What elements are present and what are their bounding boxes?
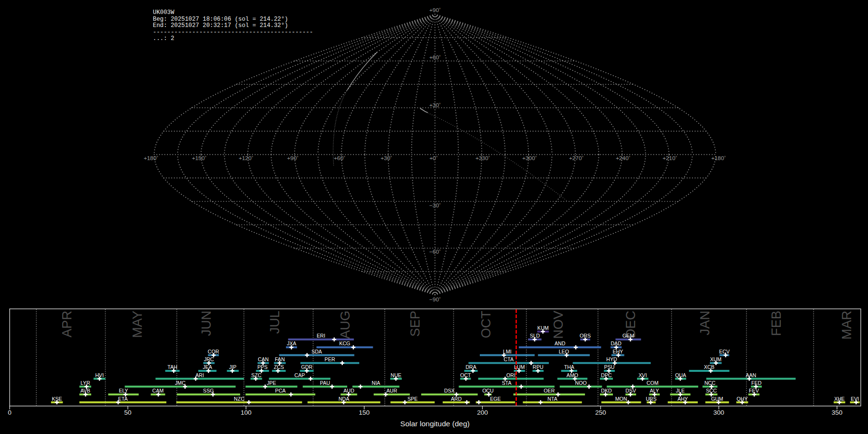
svg-text:DPC: DPC <box>601 372 612 378</box>
svg-text:XCB: XCB <box>704 364 715 370</box>
svg-text:QHY: QHY <box>737 396 748 402</box>
svg-text:MAR: MAR <box>840 311 854 339</box>
svg-text:CAM: CAM <box>152 388 164 393</box>
svg-text:PPS: PPS <box>258 364 268 370</box>
svg-text:OCU: OCU <box>482 388 494 393</box>
svg-text:SCC: SCC <box>706 388 717 393</box>
svg-text:100: 100 <box>241 409 252 416</box>
svg-text:LYR: LYR <box>81 380 90 386</box>
svg-text:SDA: SDA <box>312 349 323 354</box>
svg-text:AUG: AUG <box>338 311 353 339</box>
svg-text:RPU: RPU <box>533 364 543 370</box>
svg-text:AND: AND <box>555 340 566 346</box>
svg-text:HYD: HYD <box>606 356 617 362</box>
svg-text:ORI: ORI <box>506 372 515 378</box>
svg-text:DKD: DKD <box>601 388 612 393</box>
svg-text:CTA: CTA <box>504 356 514 362</box>
svg-text:SPE: SPE <box>407 396 418 402</box>
svg-text:URS: URS <box>646 396 656 402</box>
svg-text:PSU: PSU <box>604 364 615 370</box>
svg-text:ERI: ERI <box>317 333 326 339</box>
svg-text:Beg: 20251027 18:06:06 (sol =: Beg: 20251027 18:06:06 (sol = 214.22°) <box>153 16 288 23</box>
svg-text:JIP: JIP <box>229 364 236 370</box>
svg-text:150: 150 <box>359 409 370 416</box>
svg-text:KSE: KSE <box>52 396 62 402</box>
svg-text:GUM: GUM <box>711 396 723 402</box>
svg-text:COR: COR <box>208 349 219 354</box>
svg-text:PCA: PCA <box>275 388 286 393</box>
svg-text:AAN: AAN <box>746 372 756 378</box>
svg-text:EVI: EVI <box>851 396 859 402</box>
svg-text:ARI: ARI <box>195 372 204 378</box>
svg-text:+300°: +300° <box>522 155 537 162</box>
svg-text:NTA: NTA <box>547 396 557 402</box>
svg-text:NZC: NZC <box>234 396 244 402</box>
svg-text:+210°: +210° <box>663 155 678 162</box>
svg-text:NOV: NOV <box>551 311 566 339</box>
svg-text:Solar longitude (deg): Solar longitude (deg) <box>400 420 470 428</box>
svg-text:300: 300 <box>713 409 724 416</box>
svg-text:ARD: ARD <box>451 396 462 402</box>
svg-text:LMI: LMI <box>503 349 512 354</box>
svg-text:JUN: JUN <box>199 311 214 336</box>
svg-text:NIA: NIA <box>372 380 381 386</box>
svg-text:XUM: XUM <box>710 356 721 362</box>
svg-text:+180°: +180° <box>711 155 726 162</box>
svg-text:JUL: JUL <box>268 311 282 334</box>
svg-text:350: 350 <box>831 409 842 416</box>
svg-text:DSV: DSV <box>625 388 637 393</box>
svg-text:+150°: +150° <box>192 155 207 162</box>
svg-text:THA: THA <box>564 364 575 370</box>
svg-text:JEA: JEA <box>203 364 212 370</box>
svg-text:LUM: LUM <box>514 364 525 370</box>
svg-text:0: 0 <box>8 409 12 416</box>
svg-text:EGE: EGE <box>490 396 501 402</box>
svg-text:ETA: ETA <box>118 396 128 402</box>
svg-text:OCT: OCT <box>460 372 471 378</box>
svg-text:MAY: MAY <box>130 311 145 338</box>
svg-text:DSX: DSX <box>444 388 455 393</box>
svg-text:+120°: +120° <box>239 155 254 162</box>
svg-text:AMO: AMO <box>567 372 578 378</box>
svg-text:AUR: AUR <box>386 388 397 393</box>
svg-text:JXA: JXA <box>287 340 297 346</box>
svg-text:TAH: TAH <box>167 364 177 370</box>
svg-text:200: 200 <box>477 409 488 416</box>
svg-text:GEM: GEM <box>623 333 634 339</box>
svg-text:HVI: HVI <box>95 372 104 378</box>
svg-text:COM: COM <box>647 380 659 386</box>
svg-text:OER: OER <box>543 388 555 393</box>
svg-text:+330°: +330° <box>475 155 490 162</box>
svg-text:XHE: XHE <box>834 396 845 402</box>
svg-text:ECV: ECV <box>719 349 730 354</box>
svg-text:JMC: JMC <box>175 380 186 386</box>
svg-text:...: 2: ...: 2 <box>153 35 174 42</box>
svg-text:ELY: ELY <box>119 388 128 393</box>
svg-text:APR: APR <box>60 311 74 338</box>
svg-text:MON: MON <box>615 396 627 402</box>
svg-text:50: 50 <box>124 409 132 416</box>
svg-text:FED: FED <box>751 380 762 386</box>
svg-text:AHY: AHY <box>678 396 688 402</box>
svg-text:AVB: AVB <box>81 388 90 393</box>
svg-text:GDR: GDR <box>301 364 312 370</box>
svg-text:FEV: FEV <box>749 388 760 393</box>
svg-text:KUM: KUM <box>537 325 549 331</box>
svg-text:DRA: DRA <box>465 364 476 370</box>
svg-text:PAU: PAU <box>320 380 330 386</box>
svg-text:QUA: QUA <box>675 372 687 378</box>
svg-text:NDA: NDA <box>339 396 350 402</box>
svg-text:JAN: JAN <box>698 311 712 335</box>
svg-text:XVI: XVI <box>638 372 647 378</box>
svg-text:AUD: AUD <box>343 388 354 393</box>
svg-text:ZCS: ZCS <box>274 364 284 370</box>
svg-text:+270°: +270° <box>569 155 584 162</box>
svg-text:ORS: ORS <box>580 333 591 339</box>
svg-text:NCC: NCC <box>705 380 716 386</box>
svg-text:FEB: FEB <box>769 311 784 336</box>
svg-text:OCT: OCT <box>479 311 493 338</box>
svg-text:SSG: SSG <box>203 388 214 393</box>
svg-text:DAD: DAD <box>610 340 622 346</box>
svg-text:NUE: NUE <box>391 372 401 378</box>
svg-text:SEP: SEP <box>408 311 422 337</box>
